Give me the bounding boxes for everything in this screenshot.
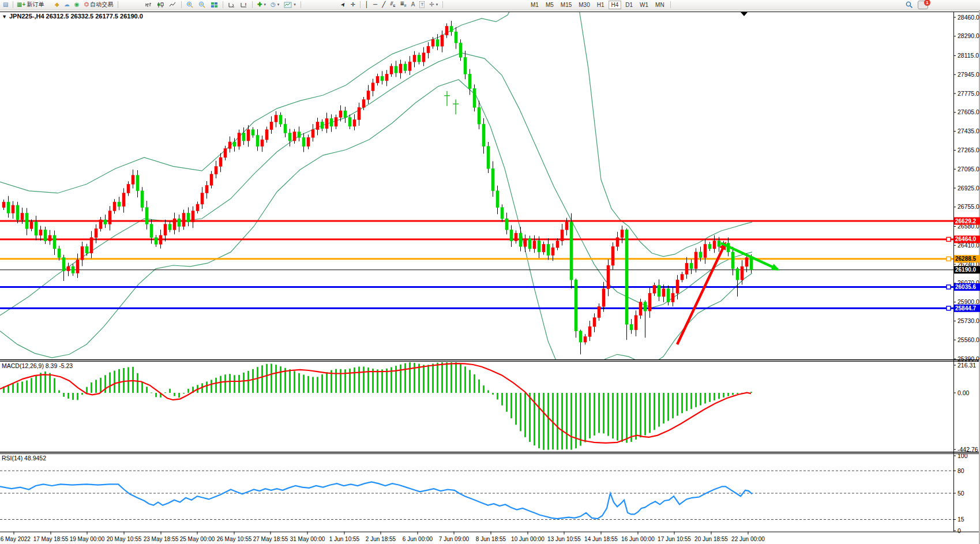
macd-histogram-bar bbox=[86, 387, 88, 393]
candle-body-bull bbox=[335, 118, 337, 126]
timeframe-button-d1[interactable]: D1 bbox=[622, 1, 636, 9]
date-label: 10 Jun 00:00 bbox=[511, 536, 545, 542]
candle-body-bull bbox=[524, 239, 527, 246]
candle-body-bull bbox=[713, 241, 716, 249]
hline-handle[interactable] bbox=[947, 257, 951, 261]
fibonacci-icon[interactable]: ≣F bbox=[399, 0, 408, 9]
rsi-tick-label: 50 bbox=[958, 490, 964, 497]
date-label: 17 May 18:55 bbox=[33, 536, 69, 542]
tile-windows-icon[interactable] bbox=[209, 0, 220, 9]
candle-body-bear bbox=[330, 118, 333, 126]
hline-26288.5[interactable] bbox=[0, 258, 953, 260]
macd-histogram-bar bbox=[40, 373, 42, 393]
new-order-button[interactable]: ▦+ 新订单 bbox=[15, 0, 46, 9]
notifications-button[interactable]: 1 bbox=[916, 0, 930, 9]
hline-26035.6[interactable] bbox=[0, 286, 953, 288]
candle-body-bear bbox=[731, 252, 734, 269]
timeframe-button-w1[interactable]: W1 bbox=[637, 1, 651, 9]
timeframe-button-m1[interactable]: M1 bbox=[528, 1, 542, 9]
templates-icon[interactable]: ▾ bbox=[282, 0, 298, 9]
macd-histogram-bar bbox=[307, 376, 309, 393]
macd-histogram-bar bbox=[335, 369, 337, 393]
macd-histogram-bar bbox=[626, 393, 628, 443]
timeframe-button-m5[interactable]: M5 bbox=[543, 1, 557, 9]
candle-body-bear bbox=[44, 230, 47, 241]
autotrade-button[interactable]: ⏣ 自动交易 bbox=[82, 0, 115, 9]
hline-26464[interactable] bbox=[0, 238, 953, 240]
broom-icon[interactable]: ◆ bbox=[53, 0, 61, 9]
candle-body-bull bbox=[648, 293, 651, 311]
price-tick-label: 26925.0 bbox=[958, 185, 979, 192]
line-chart-icon[interactable] bbox=[167, 0, 178, 9]
macd-histogram-bar bbox=[672, 393, 674, 418]
macd-histogram-bar bbox=[174, 393, 175, 396]
candle-body-bull bbox=[741, 267, 744, 280]
candle-body-bear bbox=[487, 147, 490, 169]
timeframe-button-h4[interactable]: H4 bbox=[609, 1, 622, 9]
date-label: 16 May 2022 bbox=[0, 536, 31, 542]
candle-body-bear bbox=[168, 224, 171, 230]
macd-histogram-bar bbox=[243, 373, 245, 393]
search-icon[interactable] bbox=[903, 0, 915, 9]
trendline-icon[interactable]: ╱ bbox=[380, 0, 387, 9]
periods-clock-icon[interactable]: ◷▾ bbox=[269, 0, 281, 9]
separator-main-macd[interactable] bbox=[0, 359, 980, 361]
chart-shift-icon[interactable] bbox=[226, 0, 237, 9]
signal-icon[interactable]: ◉ bbox=[73, 0, 81, 9]
arrows-icon[interactable]: ✢▾ bbox=[427, 0, 440, 9]
hline-handle[interactable] bbox=[947, 306, 951, 310]
candle-body-bull bbox=[192, 211, 194, 222]
hline-icon[interactable]: ─ bbox=[371, 0, 379, 9]
bar-chart-icon[interactable] bbox=[143, 0, 154, 9]
chart-window[interactable]: 28460.028290.028115.027945.027775.027605… bbox=[0, 10, 980, 544]
hline-25844.7[interactable] bbox=[0, 307, 953, 309]
zoom-out-icon[interactable] bbox=[197, 0, 208, 9]
current-price-line bbox=[0, 269, 953, 270]
macd-histogram-bar bbox=[372, 369, 374, 393]
macd-histogram-bar bbox=[658, 393, 660, 427]
text-icon[interactable]: A bbox=[410, 0, 417, 9]
candle-body-bull bbox=[99, 220, 102, 228]
hline-handle[interactable] bbox=[947, 237, 951, 241]
timeframe-button-m15[interactable]: M15 bbox=[558, 1, 575, 9]
candle-body-bull bbox=[173, 219, 176, 230]
macd-histogram-bar bbox=[146, 387, 148, 393]
hline-handle[interactable] bbox=[947, 285, 951, 289]
zoom-in-icon[interactable] bbox=[185, 0, 196, 9]
candle-body-bull bbox=[219, 157, 222, 166]
cloud-icon[interactable]: ☁ bbox=[62, 0, 72, 9]
timeframe-button-mn[interactable]: MN bbox=[652, 1, 667, 9]
candle-body-bear bbox=[455, 32, 457, 43]
candle-body-bear bbox=[279, 115, 282, 124]
macd-histogram-bar bbox=[690, 393, 692, 409]
timeframe-button-h1[interactable]: H1 bbox=[594, 1, 607, 9]
chart-canvas[interactable]: 28460.028290.028115.027945.027775.027605… bbox=[0, 10, 980, 544]
macd-histogram-bar bbox=[700, 393, 701, 406]
separator-macd-rsi[interactable] bbox=[0, 452, 980, 453]
text-label-icon[interactable]: T bbox=[418, 0, 426, 9]
candle-chart-icon[interactable] bbox=[155, 0, 166, 9]
crosshair-icon[interactable]: ✛ bbox=[348, 0, 356, 9]
date-label: 8 Jun 18:55 bbox=[476, 536, 506, 542]
channel-icon[interactable]: ⫻E bbox=[388, 0, 397, 9]
indicators-add-icon[interactable]: ✚▾ bbox=[256, 0, 268, 9]
candle-body-bull bbox=[205, 185, 208, 193]
cursor-icon[interactable]: ➤ bbox=[339, 0, 347, 9]
market-watch-icon[interactable]: ▤ bbox=[1, 0, 10, 9]
candle-body-bear bbox=[53, 235, 56, 249]
macd-histogram-bar bbox=[12, 384, 14, 393]
candle-body-bear bbox=[178, 219, 181, 226]
hline-26629.2[interactable] bbox=[0, 220, 953, 222]
macd-histogram-bar bbox=[35, 376, 37, 393]
macd-histogram-bar bbox=[677, 393, 678, 416]
macd-histogram-bar bbox=[114, 371, 115, 393]
candle-body-bull bbox=[445, 26, 448, 35]
macd-histogram-bar bbox=[418, 364, 420, 393]
macd-tick-label: 216.31 bbox=[958, 362, 976, 369]
timeframe-button-m30[interactable]: M30 bbox=[576, 1, 592, 9]
candle-body-bear bbox=[491, 168, 494, 191]
new-order-icon: ▦+ bbox=[17, 2, 25, 7]
vline-icon[interactable]: │ bbox=[363, 0, 370, 9]
auto-scroll-icon[interactable] bbox=[238, 0, 249, 9]
candle-body-bull bbox=[515, 233, 517, 241]
